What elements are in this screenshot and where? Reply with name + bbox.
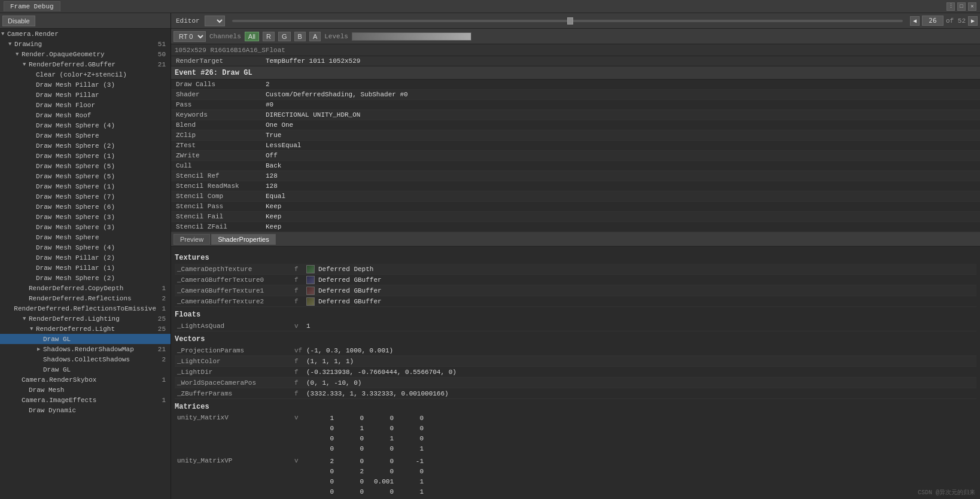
menu-icon[interactable]: ⋮ bbox=[946, 2, 955, 11]
event-slider[interactable] bbox=[232, 20, 903, 22]
prev-event-button[interactable]: ◀ bbox=[910, 16, 920, 26]
tree-row-draw-dynamic[interactable]: Draw Dynamic bbox=[0, 405, 171, 415]
prop-row: Stencil ReadMask128 bbox=[171, 181, 980, 191]
texture-preview bbox=[306, 297, 315, 306]
disable-button[interactable]: Disable bbox=[2, 16, 35, 26]
title-tab[interactable]: Frame Debug bbox=[4, 1, 60, 11]
tree-row-draw-sphere2a[interactable]: Draw Mesh Sphere (2) bbox=[0, 141, 171, 151]
channel-g-button[interactable]: G bbox=[278, 32, 291, 41]
rt-select[interactable]: RT 0 bbox=[174, 31, 206, 42]
tree-row-draw-sphere3b[interactable]: Draw Mesh Sphere (3) bbox=[0, 222, 171, 232]
tree-row-camera-imageeffects[interactable]: Camera.ImageEffects1 bbox=[0, 395, 171, 405]
channel-r-button[interactable]: R bbox=[263, 32, 275, 41]
tree-row-draw-sphere4b[interactable]: Draw Mesh Sphere (4) bbox=[0, 242, 171, 252]
tree-row-shadows-render[interactable]: ▶Shadows.RenderShadowMap21 bbox=[0, 344, 171, 354]
tree-row-draw-sphere1a[interactable]: Draw Mesh Sphere (1) bbox=[0, 151, 171, 161]
textures-header: Textures bbox=[175, 254, 976, 262]
tree-row-draw-sphere5a[interactable]: Draw Mesh Sphere (5) bbox=[0, 161, 171, 171]
editor-dropdown[interactable] bbox=[205, 16, 225, 26]
tree-panel[interactable]: ▼Camera.Render▼Drawing51▼Render.OpaqueGe… bbox=[0, 29, 171, 499]
tree-item-label: Draw Mesh Sphere (1) bbox=[36, 183, 156, 190]
tree-row-draw-sphere4[interactable]: Draw Mesh Sphere (4) bbox=[0, 120, 171, 130]
prop-key: Stencil Fail bbox=[171, 213, 261, 220]
tree-row-draw-gl2[interactable]: Draw GL bbox=[0, 364, 171, 375]
tree-row-render-opaque[interactable]: ▼Render.OpaqueGeometry50 bbox=[0, 49, 171, 59]
tree-item-label: Draw Mesh Floor bbox=[36, 102, 156, 109]
tree-row-camera-render[interactable]: ▼Camera.Render bbox=[0, 29, 171, 39]
prop-key: Pass bbox=[171, 101, 261, 108]
tree-row-camera-skybox[interactable]: Camera.RenderSkybox1 bbox=[0, 375, 171, 385]
slider-thumb bbox=[567, 17, 573, 25]
event-counter: ◀ of 52 ▶ bbox=[910, 16, 978, 26]
tree-item-count: 21 bbox=[156, 61, 168, 68]
prop-val: Keep bbox=[261, 223, 281, 230]
tree-row-draw-pillar1[interactable]: Draw Mesh Pillar (1) bbox=[0, 263, 171, 273]
event-number-input[interactable] bbox=[922, 16, 944, 26]
tree-row-draw-sphere6[interactable]: Draw Mesh Sphere (6) bbox=[0, 202, 171, 212]
channel-all-button[interactable]: All bbox=[245, 32, 259, 41]
tree-row-draw-sphere-plain[interactable]: Draw Mesh Sphere bbox=[0, 232, 171, 242]
prop-row: ShaderCustom/DeferredShading, SubShader … bbox=[171, 90, 980, 100]
tree-row-renderdeferred-gbuffer[interactable]: ▼RenderDeferred.GBuffer21 bbox=[0, 59, 171, 69]
tree-row-draw-sphere1b[interactable]: Draw Mesh Sphere (1) bbox=[0, 181, 171, 191]
properties-table: Draw Calls2ShaderCustom/DeferredShading,… bbox=[171, 80, 980, 232]
tree-row-renderdeferred-reflections[interactable]: RenderDeferred.Reflections2 bbox=[0, 293, 171, 303]
prop-key: Cull bbox=[171, 162, 261, 169]
texture-val: Deferred GBuffer bbox=[306, 276, 382, 284]
tree-row-renderdeferred-reflections-emissive[interactable]: RenderDeferred.ReflectionsToEmissive1 bbox=[0, 303, 171, 314]
tree-row-draw-pillar[interactable]: Draw Mesh Pillar bbox=[0, 90, 171, 100]
prop-val: Off bbox=[261, 152, 278, 159]
prop-val: Custom/DeferredShading, SubShader #0 bbox=[261, 91, 408, 98]
tree-item-label: Draw Dynamic bbox=[29, 407, 156, 414]
tree-row-draw-sphere3a[interactable]: Draw Mesh Sphere (3) bbox=[0, 212, 171, 222]
render-target-row: RenderTarget TempBuffer 1011 1052x529 bbox=[171, 56, 980, 66]
prop-row: KeywordsDIRECTIONAL UNITY_HDR_ON bbox=[171, 110, 980, 120]
tree-row-draw-pillar2[interactable]: Draw Mesh Pillar (2) bbox=[0, 252, 171, 263]
tree-item-label: Draw Mesh Sphere (2) bbox=[36, 142, 156, 150]
tab-shader-properties[interactable]: ShaderProperties bbox=[211, 234, 276, 245]
tree-item-count: 2 bbox=[156, 356, 168, 363]
tree-item-label: Draw Mesh Sphere (4) bbox=[36, 122, 156, 129]
tree-item-label: Clear (color+Z+stencil) bbox=[36, 71, 156, 78]
tree-row-draw-pillar3[interactable]: Draw Mesh Pillar (3) bbox=[0, 80, 171, 90]
tree-row-draw-sphere5b[interactable]: Draw Mesh Sphere (5) bbox=[0, 171, 171, 181]
prop-row: Stencil ZFailKeep bbox=[171, 222, 980, 232]
tree-row-renderdeferred-light[interactable]: ▼RenderDeferred.Light25 bbox=[0, 324, 171, 334]
prop-row: Draw Calls2 bbox=[171, 80, 980, 90]
tree-row-draw-floor[interactable]: Draw Mesh Floor bbox=[0, 100, 171, 110]
tree-item-count: 1 bbox=[156, 285, 168, 292]
editor-label: Editor bbox=[174, 17, 202, 25]
prop-key: Draw Calls bbox=[171, 81, 261, 88]
tree-item-count: 2 bbox=[156, 295, 168, 302]
tree-row-renderdeferred-lighting[interactable]: ▼RenderDeferred.Lighting25 bbox=[0, 314, 171, 324]
vector-row: _WorldSpaceCameraPosf(0, 1, -10, 0) bbox=[175, 378, 976, 388]
tree-item-count: 51 bbox=[156, 41, 168, 48]
close-icon[interactable]: ✕ bbox=[968, 2, 976, 11]
texture-type: f bbox=[294, 276, 306, 284]
texture-preview bbox=[306, 287, 315, 295]
render-target-val: TempBuffer 1011 1052x529 bbox=[261, 57, 360, 65]
tree-row-draw-sphere2b[interactable]: Draw Mesh Sphere (2) bbox=[0, 273, 171, 283]
tab-preview[interactable]: Preview bbox=[174, 234, 210, 245]
prop-row: CullBack bbox=[171, 161, 980, 171]
tree-row-draw-mesh[interactable]: Draw Mesh bbox=[0, 385, 171, 395]
prop-key: Stencil ZFail bbox=[171, 223, 261, 230]
tree-item-label: Draw Mesh Sphere (5) bbox=[36, 173, 156, 180]
editor-bar: Editor ◀ of 52 ▶ bbox=[171, 13, 980, 29]
tree-row-draw-gl-selected[interactable]: Draw GL bbox=[0, 334, 171, 344]
texture-name: _CameraDepthTexture bbox=[175, 266, 294, 273]
tree-row-renderdeferred-copydepth[interactable]: RenderDeferred.CopyDepth1 bbox=[0, 283, 171, 293]
right-panel: Editor ◀ of 52 ▶ RT 0 Channels All bbox=[171, 13, 980, 499]
tree-row-draw-sphere[interactable]: Draw Mesh Sphere bbox=[0, 130, 171, 141]
maximize-icon[interactable]: □ bbox=[957, 2, 966, 11]
floats-header: Floats bbox=[175, 311, 976, 319]
tree-row-clear[interactable]: Clear (color+Z+stencil) bbox=[0, 69, 171, 80]
tree-row-drawing[interactable]: ▼Drawing51 bbox=[0, 39, 171, 49]
channel-a-button[interactable]: A bbox=[309, 32, 321, 41]
tree-row-draw-roof[interactable]: Draw Mesh Roof bbox=[0, 110, 171, 120]
channel-b-button[interactable]: B bbox=[294, 32, 306, 41]
tree-row-draw-sphere7[interactable]: Draw Mesh Sphere (7) bbox=[0, 191, 171, 202]
shader-properties-panel[interactable]: Textures_CameraDepthTexturefDeferred Dep… bbox=[171, 247, 980, 499]
tree-row-shadows-collect[interactable]: Shadows.CollectShadows2 bbox=[0, 354, 171, 364]
next-event-button[interactable]: ▶ bbox=[968, 16, 978, 26]
